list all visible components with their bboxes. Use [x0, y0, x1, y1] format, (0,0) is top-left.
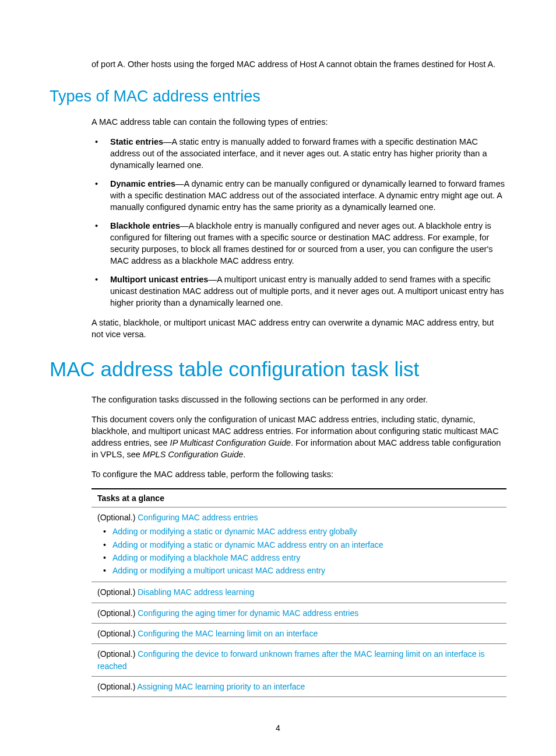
- optional-label: (Optional.): [97, 682, 137, 691]
- entry-term: Blackhole entries: [110, 221, 180, 230]
- task-row-0: (Optional.) Configuring MAC address entr…: [92, 508, 506, 582]
- task-cell: (Optional.) Disabling MAC address learni…: [92, 582, 506, 603]
- tasks-table: Tasks at a glance (Optional.) Configurin…: [92, 488, 506, 697]
- section2-p3: To configure the MAC address table, perf…: [92, 468, 506, 480]
- page-content: of port A. Other hosts using the forged …: [0, 0, 556, 726]
- task-sublink[interactable]: Adding or modifying a blackhole MAC addr…: [112, 553, 300, 562]
- entry-blackhole: Blackhole entries—A blackhole entry is m…: [92, 220, 506, 267]
- section2-p1: The configuration tasks discussed in the…: [92, 394, 506, 405]
- entry-term: Dynamic entries: [110, 179, 175, 188]
- intro-continuation-text: of port A. Other hosts using the forged …: [92, 58, 506, 70]
- entry-dynamic: Dynamic entries—A dynamic entry can be m…: [92, 178, 506, 213]
- task-cell: (Optional.) Configuring MAC address entr…: [92, 508, 506, 582]
- sub-item: Adding or modifying a blackhole MAC addr…: [97, 552, 501, 564]
- section2-body: The configuration tasks discussed in the…: [92, 394, 506, 697]
- optional-label: (Optional.): [97, 649, 138, 659]
- optional-label: (Optional.): [97, 513, 138, 522]
- entry-term: Static entries: [110, 137, 163, 146]
- task-sublink[interactable]: Adding or modifying a static or dynamic …: [112, 527, 357, 536]
- entry-multiport: Multiport unicast entries—A multiport un…: [92, 274, 506, 309]
- optional-label: (Optional.): [97, 608, 138, 618]
- section1-trailing: A static, blackhole, or multiport unicas…: [92, 317, 506, 340]
- optional-label: (Optional.): [97, 629, 138, 638]
- task-link-config-mac-entries[interactable]: Configuring MAC address entries: [138, 513, 258, 522]
- optional-label: (Optional.): [97, 587, 138, 597]
- task-sublink[interactable]: Adding or modifying a multiport unicast …: [112, 566, 325, 575]
- sub-item: Adding or modifying a multiport unicast …: [97, 565, 501, 576]
- section1-lead: A MAC address table can contain the foll…: [92, 116, 506, 128]
- section2-p2: This document covers only the configurat…: [92, 414, 506, 460]
- task-row-4: (Optional.) Configuring the device to fo…: [92, 644, 506, 677]
- task-sublist: Adding or modifying a static or dynamic …: [97, 526, 501, 576]
- p2-post: .: [243, 450, 245, 459]
- task-cell: (Optional.) Assigning MAC learning prior…: [92, 676, 506, 696]
- task-link-disable-learning[interactable]: Disabling MAC address learning: [138, 587, 254, 597]
- task-sublink[interactable]: Adding or modifying a static or dynamic …: [112, 540, 383, 550]
- section1-body: A MAC address table can contain the foll…: [92, 116, 506, 340]
- page-number: 4: [0, 723, 556, 733]
- heading-types-of-mac-entries: Types of MAC address entries: [50, 88, 506, 106]
- entry-type-list: Static entries—A static entry is manuall…: [92, 136, 506, 309]
- task-row-3: (Optional.) Configuring the MAC learning…: [92, 624, 506, 644]
- task-link-forward-unknown[interactable]: Configuring the device to forward unknow…: [97, 649, 485, 670]
- sub-item: Adding or modifying a static or dynamic …: [97, 539, 501, 551]
- entry-term: Multiport unicast entries: [110, 275, 208, 284]
- task-cell: (Optional.) Configuring the device to fo…: [92, 644, 506, 677]
- p2-em1: IP Multicast Configuration Guide: [170, 438, 291, 447]
- sub-item: Adding or modifying a static or dynamic …: [97, 526, 501, 537]
- entry-static: Static entries—A static entry is manuall…: [92, 136, 506, 171]
- task-cell: (Optional.) Configuring the MAC learning…: [92, 624, 506, 644]
- tasks-header-cell: Tasks at a glance: [92, 489, 506, 508]
- tasks-header-row: Tasks at a glance: [92, 489, 506, 508]
- task-link-learning-priority[interactable]: Assigning MAC learning priority to an in…: [137, 682, 305, 691]
- task-row-2: (Optional.) Configuring the aging timer …: [92, 603, 506, 623]
- intro-continuation-block: of port A. Other hosts using the forged …: [92, 58, 506, 70]
- heading-task-list: MAC address table configuration task lis…: [50, 358, 506, 381]
- task-row-1: (Optional.) Disabling MAC address learni…: [92, 582, 506, 603]
- task-row-5: (Optional.) Assigning MAC learning prior…: [92, 676, 506, 696]
- task-link-learning-limit[interactable]: Configuring the MAC learning limit on an…: [138, 629, 318, 638]
- entry-desc: —A static entry is manually added to for…: [110, 137, 487, 170]
- p2-em2: MPLS Configuration Guide: [143, 450, 244, 459]
- task-cell: (Optional.) Configuring the aging timer …: [92, 603, 506, 623]
- task-link-aging-timer[interactable]: Configuring the aging timer for dynamic …: [138, 608, 358, 618]
